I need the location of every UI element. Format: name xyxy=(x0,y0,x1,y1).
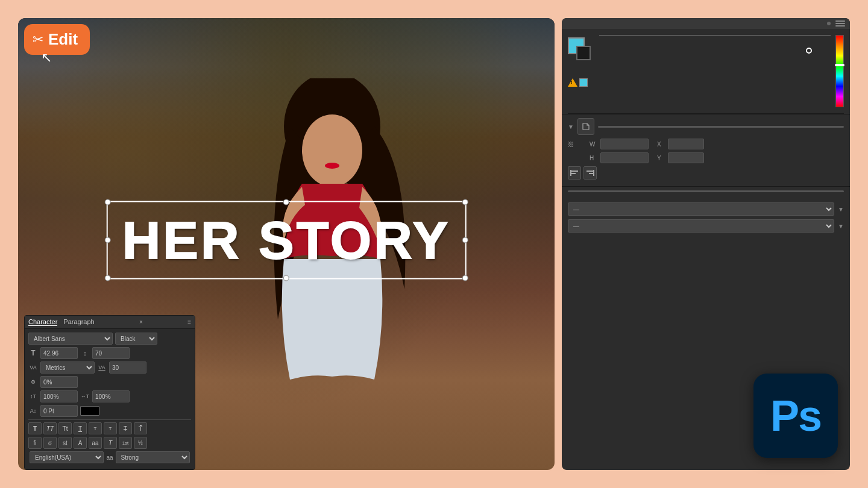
baseline-color-row: A↕ xyxy=(28,405,191,417)
chain-icon: ⛓ xyxy=(568,141,586,148)
menu-line-2 xyxy=(835,23,845,24)
w-value-bar[interactable] xyxy=(600,139,649,149)
language-select[interactable]: English(USA) xyxy=(30,451,104,463)
font-size-input[interactable] xyxy=(40,347,78,359)
spectrum-handle[interactable] xyxy=(835,64,844,66)
scale-row: ⚙ xyxy=(28,376,191,388)
svg-rect-7 xyxy=(589,173,594,174)
style-super-btn[interactable]: T xyxy=(89,422,102,434)
h-scale-input[interactable] xyxy=(92,390,130,402)
color-gradient-box[interactable] xyxy=(599,35,831,36)
ot-ordinal-btn[interactable]: 1st xyxy=(119,437,132,449)
panel-close-btn[interactable]: × xyxy=(139,319,143,325)
w-label: W xyxy=(590,141,597,148)
text-selection-box[interactable]: HER STORY xyxy=(107,201,467,280)
kerning-row: VA Metrics VA xyxy=(28,361,191,374)
handle-top-left[interactable] xyxy=(105,199,111,205)
menu-line-1 xyxy=(835,20,845,22)
handle-top-right[interactable] xyxy=(462,199,468,205)
font-weight-select[interactable]: Black xyxy=(115,333,157,345)
color-swatches xyxy=(568,35,594,87)
handle-top-mid[interactable] xyxy=(283,199,289,205)
edit-label: Edit xyxy=(48,30,78,49)
outer-container: ✂ Edit ↖ xyxy=(18,18,850,470)
edit-badge[interactable]: ✂ Edit ↖ xyxy=(24,24,90,55)
ot-fi-btn[interactable]: fi xyxy=(28,437,42,449)
svg-rect-6 xyxy=(587,170,594,172)
ot-aa-btn[interactable]: aa xyxy=(89,437,102,449)
color-spectrum[interactable] xyxy=(835,35,844,107)
style-tt-btn[interactable]: Tt xyxy=(58,422,72,434)
ot-st-btn[interactable]: st xyxy=(58,437,72,449)
ot-a-btn[interactable]: A xyxy=(74,437,87,449)
baseline-input[interactable] xyxy=(40,405,78,417)
dropdown-chevron-1[interactable]: ▼ xyxy=(838,206,844,213)
color-picker-area xyxy=(562,29,850,113)
handle-bottom-left[interactable] xyxy=(105,275,111,281)
tab-paragraph[interactable]: Paragraph xyxy=(63,318,94,326)
handle-bottom-mid[interactable] xyxy=(283,275,289,281)
color-picker-handle[interactable] xyxy=(806,48,812,54)
ot-italic-btn[interactable]: T xyxy=(104,437,117,449)
y-value-bar[interactable] xyxy=(668,152,704,163)
ps-menu-lines[interactable] xyxy=(835,20,845,27)
ps-dropdown-2[interactable]: — xyxy=(568,219,834,233)
kerning-icon: VA xyxy=(28,364,38,371)
ps-logo-text: Ps xyxy=(770,391,821,440)
file-icon-btn[interactable] xyxy=(577,118,594,135)
tracking-input[interactable] xyxy=(109,361,146,374)
panel-divider xyxy=(28,419,191,420)
text-color-swatch[interactable] xyxy=(80,406,99,416)
line-height-icon: ↕ xyxy=(80,349,90,357)
align-icons-row xyxy=(568,166,597,180)
dropdown-section-1: — ▼ — ▼ xyxy=(562,199,850,236)
kerning-select[interactable]: Metrics xyxy=(40,361,95,374)
ot-frac-btn[interactable]: ½ xyxy=(134,437,147,449)
line-height-input[interactable] xyxy=(92,347,130,359)
panel-menu-icon[interactable]: ≡ xyxy=(187,319,191,325)
ps-logo-badge: Ps xyxy=(753,374,838,458)
h-scale-icon: ↔T xyxy=(80,393,90,399)
font-family-select[interactable]: Albert Sans xyxy=(28,333,113,345)
lower-bar-row-1 xyxy=(568,190,844,192)
tracking-icon: VA xyxy=(97,364,107,371)
dropdown-row-2: — ▼ xyxy=(568,219,844,233)
h-label: H xyxy=(590,155,597,161)
h-value-bar[interactable] xyxy=(600,152,649,163)
wh-row: ⛓ W X xyxy=(568,139,844,149)
style-strike-btn[interactable]: T xyxy=(119,422,132,434)
handle-mid-right[interactable] xyxy=(462,237,468,243)
v-scale-icon: ↕T xyxy=(28,393,38,399)
section-header-properties: ▼ xyxy=(568,118,844,135)
bg-color-swatch[interactable] xyxy=(576,46,591,60)
style-underline-btn[interactable]: T xyxy=(74,422,87,434)
dropdown-row-1: — ▼ xyxy=(568,202,844,216)
main-title-text[interactable]: HER STORY xyxy=(122,210,451,271)
properties-chevron[interactable]: ▼ xyxy=(568,124,574,130)
handle-mid-left[interactable] xyxy=(105,237,111,243)
align-right-icon-btn[interactable] xyxy=(583,166,597,180)
color-warning-row xyxy=(568,78,594,87)
ps-dropdown-1[interactable]: — xyxy=(568,202,834,216)
style-caps-btn[interactable]: T̄ xyxy=(134,422,147,434)
v-scale-input[interactable] xyxy=(40,390,78,402)
scale-h-input[interactable] xyxy=(40,376,78,388)
style-italic-btn[interactable]: TT xyxy=(43,422,57,434)
panel-body: Albert Sans Black T ↕ xyxy=(25,329,195,469)
dropdown-chevron-2[interactable]: ▼ xyxy=(838,223,844,230)
color-gamut-swatch[interactable] xyxy=(579,78,588,87)
tab-character[interactable]: Character xyxy=(28,318,57,326)
y-label: Y xyxy=(657,155,664,161)
canvas-photo: HER STORY Character Paragraph × ≡ Al xyxy=(18,18,555,470)
svg-rect-8 xyxy=(593,170,594,176)
svg-rect-3 xyxy=(571,170,578,172)
panel-tabs: Character Paragraph xyxy=(28,318,95,326)
aa-method-select[interactable]: Strong xyxy=(116,451,190,463)
ot-sigma-btn[interactable]: σ xyxy=(43,437,57,449)
svg-point-2 xyxy=(325,163,339,169)
style-bold-btn[interactable]: T xyxy=(28,422,42,434)
align-left-icon-btn[interactable] xyxy=(568,166,581,180)
x-value-bar[interactable] xyxy=(668,139,704,149)
style-sub-btn[interactable]: T xyxy=(104,422,117,434)
handle-bottom-right[interactable] xyxy=(462,275,468,281)
